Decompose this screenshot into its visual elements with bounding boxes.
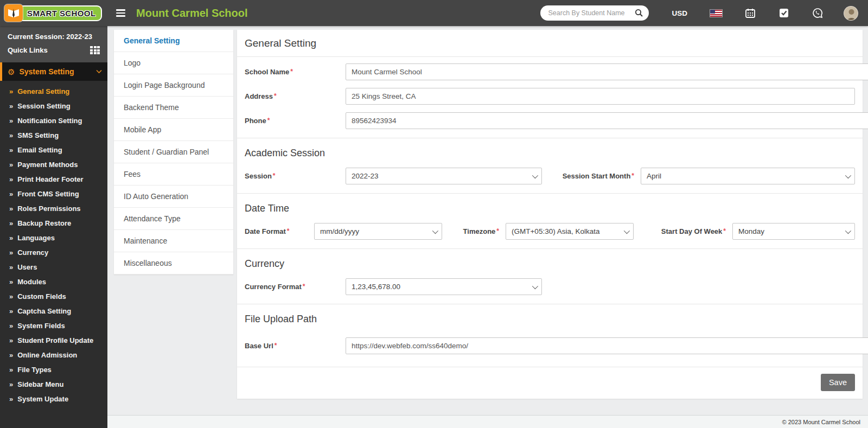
header-actions: USD xyxy=(540,5,868,21)
sidebar-item-languages[interactable]: »Languages xyxy=(0,231,107,245)
date-format-label: Date Format* xyxy=(245,227,314,235)
sidebar-menu: »General Setting »Session Setting »Notif… xyxy=(0,81,107,410)
submenu-item-mobile-app[interactable]: Mobile App xyxy=(114,119,233,141)
sidebar-item-system-update[interactable]: »System Update xyxy=(0,392,107,406)
session-select-wrap: 2022-23 xyxy=(346,168,542,184)
double-chevron-icon: » xyxy=(9,322,13,330)
submenu-item-fees[interactable]: Fees xyxy=(114,163,233,186)
session-label: Session* xyxy=(245,172,346,180)
sidebar-section-system-setting[interactable]: ⚙ System Setting xyxy=(0,62,107,81)
double-chevron-icon: » xyxy=(9,307,13,315)
brand-logo[interactable]: SMART SCHOOL xyxy=(0,4,107,22)
user-avatar[interactable] xyxy=(844,6,858,21)
date-format-select[interactable]: mm/dd/yyyy xyxy=(314,223,442,240)
footer: © 2023 Mount Carmel School xyxy=(107,415,868,428)
gears-icon: ⚙ xyxy=(8,68,15,76)
section-academic-session: Academic Session xyxy=(237,138,863,161)
base-url-input[interactable] xyxy=(346,337,868,354)
search-input[interactable] xyxy=(548,9,635,17)
save-button[interactable]: Save xyxy=(821,374,855,391)
double-chevron-icon: » xyxy=(9,234,13,242)
sidebar-item-payment-methods[interactable]: »Payment Methods xyxy=(0,157,107,172)
sidebar-item-backup-restore[interactable]: »Backup Restore xyxy=(0,216,107,231)
whatsapp-icon[interactable] xyxy=(812,8,823,18)
submenu-item-general-setting[interactable]: General Setting xyxy=(114,30,233,52)
double-chevron-icon: » xyxy=(9,161,13,169)
search-icon[interactable] xyxy=(635,9,643,17)
double-chevron-icon: » xyxy=(9,87,13,95)
section-currency: Currency xyxy=(237,249,863,272)
calendar-icon[interactable] xyxy=(745,8,756,18)
sidebar-item-sms-setting[interactable]: »SMS Setting xyxy=(0,128,107,143)
sidebar-item-student-profile-update[interactable]: »Student Profile Update xyxy=(0,333,107,348)
submenu-item-attendance-type[interactable]: Attendance Type xyxy=(114,208,233,230)
language-flag-icon[interactable] xyxy=(710,10,722,17)
sidebar-item-email-setting[interactable]: »Email Setting xyxy=(0,143,107,157)
currency-format-label: Currency Format* xyxy=(245,283,346,291)
double-chevron-icon: » xyxy=(9,190,13,198)
session-start-month-label: Session Start Month* xyxy=(542,172,641,180)
submenu-item-maintenance[interactable]: Maintenance xyxy=(114,230,233,252)
quick-links[interactable]: Quick Links xyxy=(8,42,100,57)
start-day-of-week-label: Start Day Of Week* xyxy=(634,227,732,235)
page-title: Mount Carmel School xyxy=(136,7,248,20)
submenu-item-login-page-background[interactable]: Login Page Background xyxy=(114,74,233,97)
address-label: Address* xyxy=(245,92,346,100)
currency-format-select[interactable]: 1,23,45,678.00 xyxy=(346,278,542,295)
sidebar-item-custom-fields[interactable]: »Custom Fields xyxy=(0,289,107,304)
session-start-month-select-wrap: April xyxy=(641,168,855,184)
sidebar-item-front-cms-setting[interactable]: »Front CMS Setting xyxy=(0,187,107,201)
double-chevron-icon: » xyxy=(9,366,13,374)
base-url-label: Base Url* xyxy=(245,342,346,350)
double-chevron-icon: » xyxy=(9,248,13,257)
phone-input[interactable] xyxy=(346,112,868,129)
sidebar-item-sidebar-menu[interactable]: »Sidebar Menu xyxy=(0,377,107,392)
submenu-item-logo[interactable]: Logo xyxy=(114,52,233,74)
sidebar-item-system-fields[interactable]: »System Fields xyxy=(0,318,107,333)
sidebar-item-session-setting[interactable]: »Session Setting xyxy=(0,99,107,113)
top-header: SMART SCHOOL Mount Carmel School USD xyxy=(0,0,868,26)
double-chevron-icon: » xyxy=(9,102,13,110)
copyright-text: © 2023 Mount Carmel School xyxy=(782,419,860,425)
sidebar-item-online-admission[interactable]: »Online Admission xyxy=(0,348,107,362)
sidebar-item-print-header-footer[interactable]: »Print Header Footer xyxy=(0,172,107,187)
grid-icon xyxy=(90,46,100,54)
section-date-time: Date Time xyxy=(237,194,863,216)
address-input[interactable] xyxy=(346,88,855,105)
start-day-of-week-select[interactable]: Monday xyxy=(732,223,855,240)
sidebar: Current Session: 2022-23 Quick Links ⚙ S… xyxy=(0,26,107,428)
sidebar-item-roles-permissions[interactable]: »Roles Permissions xyxy=(0,201,107,216)
student-search[interactable] xyxy=(540,5,649,21)
sidebar-item-notification-setting[interactable]: »Notification Setting xyxy=(0,113,107,128)
submenu-item-student-guardian-panel[interactable]: Student / Guardian Panel xyxy=(114,141,233,163)
sidebar-item-file-types[interactable]: »File Types xyxy=(0,362,107,377)
todo-check-icon[interactable] xyxy=(778,8,789,18)
start-day-of-week-select-wrap: Monday xyxy=(732,223,855,240)
school-name-input[interactable] xyxy=(346,63,868,80)
hamburger-menu-icon[interactable] xyxy=(116,9,125,17)
submenu-item-id-auto-generation[interactable]: ID Auto Generation xyxy=(114,186,233,208)
sidebar-item-currency[interactable]: »Currency xyxy=(0,245,107,260)
sidebar-item-captcha-setting[interactable]: »Captcha Setting xyxy=(0,304,107,318)
double-chevron-icon: » xyxy=(9,146,13,154)
sidebar-item-general-setting[interactable]: »General Setting xyxy=(0,84,107,99)
double-chevron-icon: » xyxy=(9,336,13,344)
panel-title: General Setting xyxy=(237,30,863,56)
session-select[interactable]: 2022-23 xyxy=(346,168,542,184)
submenu-item-backend-theme[interactable]: Backend Theme xyxy=(114,97,233,119)
submenu-item-miscellaneous[interactable]: Miscellaneous xyxy=(114,252,233,274)
session-start-month-select[interactable]: April xyxy=(641,168,855,184)
timezone-select-wrap: (GMT+05:30) Asia, Kolkata xyxy=(506,223,634,240)
date-format-select-wrap: mm/dd/yyyy xyxy=(314,223,442,240)
sidebar-item-users[interactable]: »Users xyxy=(0,260,107,274)
sidebar-item-modules[interactable]: »Modules xyxy=(0,274,107,289)
currency-selector[interactable]: USD xyxy=(672,9,687,17)
double-chevron-icon: » xyxy=(9,175,13,183)
timezone-select[interactable]: (GMT+05:30) Asia, Kolkata xyxy=(506,223,634,240)
settings-submenu: General Setting Logo Login Page Backgrou… xyxy=(114,30,233,274)
sidebar-section-label: System Setting xyxy=(19,67,96,76)
double-chevron-icon: » xyxy=(9,395,13,403)
book-pen-logo-icon xyxy=(4,4,23,22)
timezone-label: Timezone* xyxy=(442,227,506,235)
phone-label: Phone* xyxy=(245,117,346,125)
